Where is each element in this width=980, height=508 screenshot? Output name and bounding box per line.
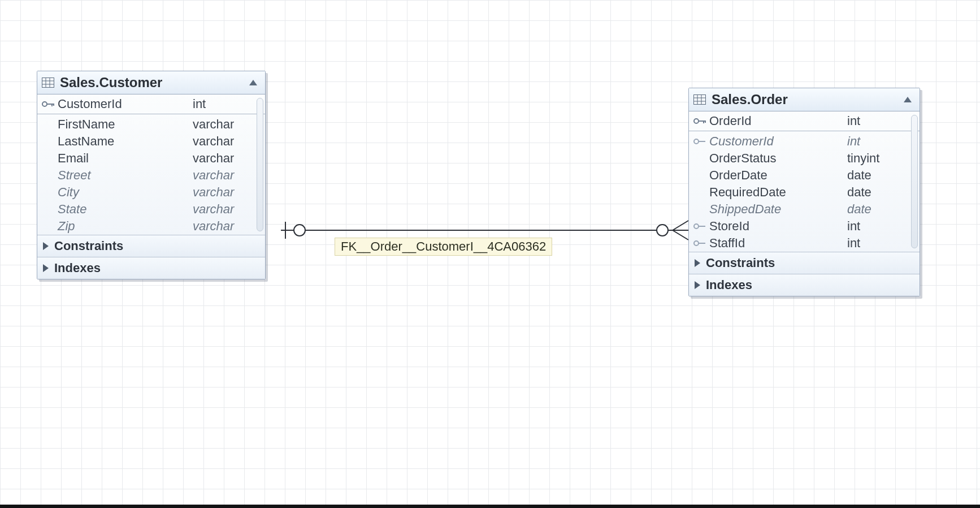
column-type: varchar (193, 185, 255, 200)
column-type: tinyint (847, 151, 909, 166)
column-row[interactable]: LastNamevarchar (37, 133, 265, 150)
column-row[interactable]: Streetvarchar (37, 167, 265, 184)
column-name: Email (58, 151, 193, 166)
column-row[interactable]: OrderStatustinyint (689, 150, 920, 167)
svg-rect-26 (699, 141, 705, 142)
table-order[interactable]: Sales.Order OrderIdintCustomerIdintOrder… (688, 88, 920, 296)
svg-rect-23 (703, 120, 704, 123)
column-type: int (193, 97, 255, 111)
svg-rect-16 (694, 95, 706, 105)
svg-rect-13 (47, 104, 54, 105)
svg-rect-30 (699, 243, 705, 244)
column-type: int (847, 236, 909, 251)
svg-point-2 (294, 225, 305, 236)
column-type: date (847, 202, 909, 217)
foreign-key-icon (693, 222, 709, 230)
expand-icon (43, 242, 49, 250)
column-type: varchar (193, 168, 255, 183)
table-order-constraints[interactable]: Constraints (689, 252, 920, 274)
column-type: varchar (193, 134, 255, 149)
table-customer-header[interactable]: Sales.Customer (37, 71, 265, 94)
table-customer-constraints[interactable]: Constraints (37, 235, 265, 257)
table-order-columns: OrderIdintCustomerIdintOrderStatustinyin… (689, 111, 920, 252)
column-name: CustomerId (58, 97, 193, 111)
table-customer-indexes[interactable]: Indexes (37, 257, 265, 279)
table-order-indexes[interactable]: Indexes (689, 274, 920, 296)
svg-rect-15 (53, 104, 54, 106)
column-row[interactable]: Emailvarchar (37, 150, 265, 167)
table-icon (42, 78, 54, 88)
svg-point-25 (694, 139, 699, 144)
column-row[interactable]: Statevarchar (37, 201, 265, 218)
table-order-title: Sales.Order (712, 92, 904, 107)
svg-point-27 (694, 224, 699, 229)
expand-icon (695, 281, 700, 289)
table-customer-columns: CustomerIdintFirstNamevarcharLastNamevar… (37, 94, 265, 235)
column-name: Zip (58, 219, 193, 234)
column-type: varchar (193, 202, 255, 217)
svg-rect-22 (699, 120, 705, 122)
column-row[interactable]: OrderDatedate (689, 167, 920, 184)
expand-icon (695, 259, 700, 267)
column-row[interactable]: Zipvarchar (37, 218, 265, 235)
collapse-icon[interactable] (904, 97, 912, 102)
column-name: OrderStatus (709, 151, 847, 166)
column-name: City (58, 185, 193, 200)
column-name: RequiredDate (709, 185, 847, 200)
svg-point-12 (42, 102, 47, 106)
svg-line-4 (673, 221, 688, 230)
column-row[interactable]: RequiredDatedate (689, 184, 920, 201)
svg-point-3 (657, 225, 668, 236)
svg-rect-24 (705, 120, 706, 123)
scrollbar[interactable] (911, 115, 918, 248)
constraints-label: Constraints (706, 256, 775, 270)
column-type: varchar (193, 219, 255, 234)
foreign-key-icon (693, 137, 709, 145)
column-type: int (847, 114, 909, 128)
relationship-label[interactable]: FK__Order__CustomerI__4CA06362 (335, 238, 552, 256)
column-name: FirstName (58, 117, 193, 132)
indexes-label: Indexes (706, 278, 752, 292)
column-row[interactable]: CustomerIdint (689, 133, 920, 150)
column-type: int (847, 134, 909, 149)
column-type: date (847, 168, 909, 183)
column-row[interactable]: OrderIdint (689, 113, 920, 131)
column-row[interactable]: StaffIdint (689, 235, 920, 252)
constraints-label: Constraints (54, 239, 123, 253)
column-type: int (847, 219, 909, 234)
svg-rect-28 (699, 226, 705, 227)
column-name: State (58, 202, 193, 217)
column-row[interactable]: Cityvarchar (37, 184, 265, 201)
column-row[interactable]: StoreIdint (689, 218, 920, 235)
expand-icon (43, 264, 49, 272)
svg-line-6 (673, 230, 688, 240)
column-name: CustomerId (709, 134, 847, 149)
svg-rect-7 (42, 78, 54, 88)
column-row[interactable]: FirstNamevarchar (37, 116, 265, 133)
column-name: StaffId (709, 236, 847, 251)
primary-key-icon (693, 117, 709, 125)
column-row[interactable]: CustomerIdint (37, 96, 265, 114)
svg-rect-14 (51, 104, 53, 106)
svg-point-29 (694, 241, 699, 246)
indexes-label: Indexes (54, 261, 101, 275)
column-name: LastName (58, 134, 193, 149)
table-icon (693, 94, 706, 105)
svg-point-21 (694, 119, 699, 123)
scrollbar[interactable] (257, 98, 263, 231)
column-type: varchar (193, 117, 255, 132)
diagram-canvas[interactable]: FK__Order__CustomerI__4CA06362 Sales.Cus… (0, 0, 980, 508)
table-customer-title: Sales.Customer (60, 75, 249, 91)
column-name: OrderDate (709, 168, 847, 183)
column-type: date (847, 185, 909, 200)
relationship-label-text: FK__Order__CustomerI__4CA06362 (341, 239, 546, 253)
column-name: ShippedDate (709, 202, 847, 217)
column-row[interactable]: ShippedDatedate (689, 201, 920, 218)
table-order-header[interactable]: Sales.Order (689, 88, 920, 111)
collapse-icon[interactable] (249, 80, 257, 85)
table-customer[interactable]: Sales.Customer CustomerIdintFirstNamevar… (37, 71, 266, 279)
column-type: varchar (193, 151, 255, 166)
column-name: StoreId (709, 219, 847, 234)
primary-key-icon (42, 100, 58, 108)
column-name: OrderId (709, 114, 847, 128)
